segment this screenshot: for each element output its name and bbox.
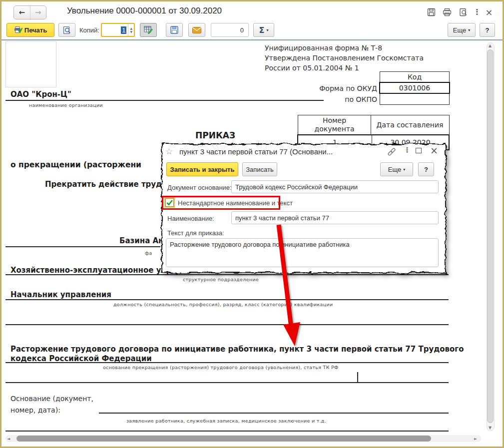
basis-label-line2: номер, дата): — [10, 406, 60, 414]
chevron-down-icon: ▾ — [403, 167, 405, 172]
toolbar-separator — [1, 39, 503, 40]
horizontal-scrollbar-thumb[interactable] — [16, 436, 431, 442]
employee-underline — [5, 246, 160, 247]
nav-button-group: ← → — [13, 5, 46, 19]
vertical-scrollbar-thumb[interactable] — [487, 49, 494, 423]
table-edit-icon — [144, 26, 153, 34]
send-email-button[interactable] — [188, 23, 205, 37]
sum-field[interactable]: 0 — [211, 23, 249, 37]
position-name: Начальник управления — [10, 290, 111, 299]
okud-label: Форма по ОКУД — [301, 84, 377, 92]
forward-button[interactable]: → — [30, 6, 46, 19]
basis-dialog: ☆ пункт 3 части первой статьи 77 (Основа… — [161, 143, 446, 273]
organization-underline — [5, 100, 324, 101]
dialog-close-icon[interactable]: × — [430, 145, 438, 156]
employee-caption: фа — [145, 250, 152, 256]
favorite-star-icon[interactable]: ☆ — [165, 146, 173, 156]
copies-value: 1 — [121, 26, 126, 34]
sigma-icon: Σ — [259, 25, 265, 35]
copies-label: Копий: — [79, 26, 99, 34]
save-file-button[interactable] — [166, 23, 183, 37]
name-label: Наименование: — [167, 215, 214, 222]
employee-name: Базина Ан — [119, 236, 163, 245]
close-window-icon[interactable]: × — [484, 7, 494, 17]
save-icon[interactable] — [426, 7, 436, 17]
order-text-label: Текст для приказа: — [167, 229, 224, 237]
document-corner-cell — [5, 41, 56, 87]
basis-underline — [99, 413, 449, 414]
print-button[interactable]: Печать — [6, 23, 54, 37]
table-edge-tick — [357, 372, 358, 383]
scroll-left-icon[interactable]: ◄ — [7, 437, 10, 441]
envelope-icon — [192, 27, 201, 33]
preview-icon — [63, 26, 71, 34]
print-button-label: Печать — [24, 26, 47, 34]
scroll-right-icon[interactable]: ► — [474, 437, 477, 441]
scroll-up-icon[interactable]: ▲ — [489, 43, 492, 48]
doc-number-header-line1: Номер — [323, 116, 346, 125]
doc-date-header: Дата составления — [371, 115, 450, 135]
maximize-icon[interactable] — [416, 148, 422, 153]
reason-underline — [5, 362, 449, 363]
copies-stepper[interactable]: ▲ ▼ — [128, 24, 134, 36]
dialog-help-button[interactable]: ? — [418, 162, 434, 176]
dialog-kebab-icon[interactable]: ⋮ — [404, 146, 411, 154]
basis-caption: заявление работника, служебная записка, … — [99, 418, 354, 424]
department-underline — [5, 274, 449, 275]
dialog-more-button[interactable]: Еще ▾ — [380, 162, 413, 176]
help-button-label: ? — [486, 26, 490, 34]
dialog-help-label: ? — [424, 166, 428, 173]
table-settings-button[interactable] — [140, 23, 157, 37]
more-button[interactable]: Еще ▾ — [448, 23, 476, 37]
find-icon[interactable] — [458, 7, 468, 17]
prikaz-title: ПРИКАЗ — [195, 130, 235, 140]
link-icon[interactable] — [387, 147, 396, 156]
code-table-header: Код — [380, 71, 450, 82]
print-icon[interactable] — [442, 7, 452, 17]
order-action: Прекратить действие труд — [45, 180, 162, 189]
okpo-label: по ОКПО — [301, 95, 377, 103]
lower-divider-line — [5, 382, 449, 383]
organization-name: ОАО "Крон-Ц" — [10, 90, 71, 99]
okud-value-cell: 0301006 — [379, 82, 450, 94]
chevron-down-icon: ▾ — [266, 28, 268, 32]
basis-label-line1: Основание (документ, — [10, 395, 93, 403]
position-underline — [5, 299, 449, 300]
red-highlight-box — [162, 196, 280, 210]
department-caption: структурное подразделение — [183, 277, 259, 282]
more-button-label: Еще — [453, 26, 466, 34]
order-subject: о прекращении (расторжени — [10, 160, 141, 169]
back-button[interactable]: ← — [14, 6, 30, 19]
sum-menu-button[interactable]: Σ ▾ — [253, 23, 274, 37]
organization-caption: наименование организации — [29, 102, 103, 108]
form-note-line1: Унифицированная форма № Т-8 — [265, 44, 382, 52]
reason-line1: Расторжение трудового договора по инициа… — [10, 345, 464, 354]
help-button[interactable]: ? — [480, 23, 495, 37]
save-button[interactable]: Записать — [242, 162, 277, 176]
spin-down-icon[interactable]: ▼ — [130, 30, 132, 33]
form-note-line3: России от 05.01.2004 № 1 — [265, 64, 359, 72]
save-and-close-label: Записать и закрыть — [170, 166, 235, 173]
position-caption: должность (специальность, профессия), ра… — [113, 302, 333, 307]
app-window: ← → Увольнение 0000-000001 от 30.09.2020… — [0, 0, 504, 448]
okpo-value-cell — [380, 93, 450, 105]
scroll-down-icon[interactable]: ▼ — [489, 426, 492, 430]
reason-caption: основание прекращения (расторжения) труд… — [103, 365, 339, 370]
name-input[interactable] — [231, 211, 439, 224]
save-and-close-button[interactable]: Записать и закрыть — [166, 162, 238, 176]
sum-value: 0 — [240, 26, 244, 34]
preview-button[interactable] — [58, 23, 75, 37]
save-label: Записать — [246, 166, 274, 173]
bottom-divider-line — [5, 431, 449, 432]
spin-up-icon[interactable]: ▲ — [130, 27, 132, 30]
window-title: Увольнение 0000-000001 от 30.09.2020 — [67, 6, 222, 16]
copies-input[interactable]: 1 ▲ ▼ — [101, 23, 135, 37]
kebab-menu-icon[interactable]: ⋮ — [472, 7, 482, 17]
dialog-more-label: Еще — [388, 166, 401, 173]
basis-document-input[interactable] — [231, 180, 439, 193]
chevron-down-icon: ▾ — [468, 28, 470, 32]
doc-number-header: Номер документа — [298, 115, 371, 135]
diskette-icon — [170, 26, 178, 34]
order-text-area[interactable]: Расторжение трудового договора по инициа… — [166, 238, 439, 267]
middle-divider-line — [5, 324, 449, 325]
